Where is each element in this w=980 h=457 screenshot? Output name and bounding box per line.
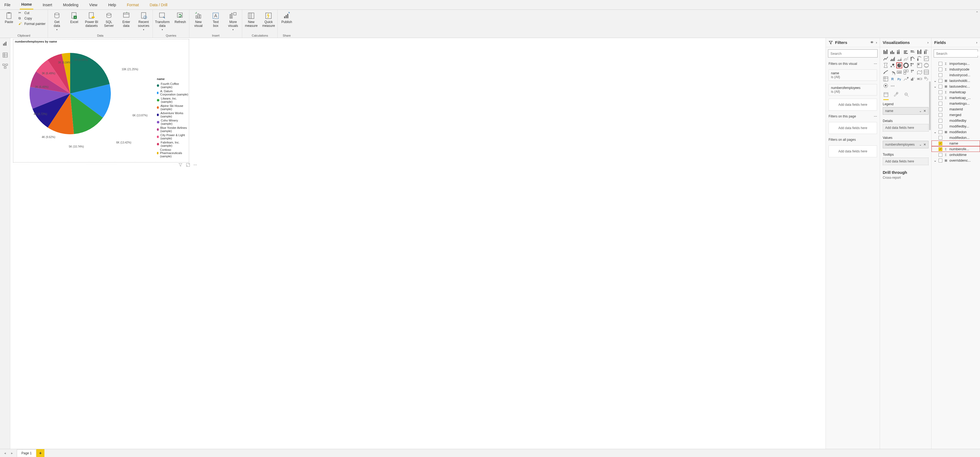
- field-checkbox[interactable]: [939, 107, 942, 111]
- field-row[interactable]: Σmarketcap_...: [932, 95, 980, 101]
- pie-chart-visual[interactable]: numberofemployees by name 10K (21.25%)6K…: [13, 39, 189, 163]
- field-checkbox[interactable]: [939, 125, 942, 128]
- field-row[interactable]: ✓Σnumberofe...: [932, 146, 980, 152]
- new-measure-button[interactable]: New measure: [244, 11, 258, 28]
- text-box-button[interactable]: AText box: [209, 11, 223, 28]
- viz-type-icon[interactable]: [916, 69, 923, 75]
- legend-item[interactable]: City Power & Light (sample): [157, 133, 189, 140]
- legend-item[interactable]: Blue Yonder Airlines (sample): [157, 126, 189, 133]
- viz-type-icon[interactable]: [903, 49, 909, 55]
- filter-icon[interactable]: [178, 163, 183, 167]
- field-row[interactable]: modifiedon...: [932, 135, 980, 141]
- viz-type-icon[interactable]: [923, 56, 929, 62]
- legend-item[interactable]: Litware, Inc. (sample): [157, 97, 189, 103]
- viz-type-icon[interactable]: [903, 62, 909, 68]
- field-row[interactable]: ⌄▦overriddenc...: [932, 158, 980, 163]
- field-checkbox[interactable]: [939, 79, 942, 83]
- viz-type-icon[interactable]: [910, 69, 916, 75]
- field-row[interactable]: Σimportsequ...: [932, 61, 980, 66]
- menu-file[interactable]: File: [3, 0, 12, 10]
- legend-item[interactable]: Coho Winery (sample): [157, 119, 189, 125]
- more-options-icon[interactable]: ⋯: [194, 163, 198, 167]
- tooltips-well[interactable]: Add data fields here: [883, 158, 929, 165]
- chevron-down-icon[interactable]: ⌄: [919, 109, 922, 113]
- field-checkbox[interactable]: [939, 62, 942, 66]
- viz-type-icon[interactable]: [889, 56, 896, 62]
- field-checkbox[interactable]: [939, 130, 942, 134]
- expand-caret-icon[interactable]: ⌄: [934, 84, 937, 88]
- paste-button[interactable]: Paste: [2, 11, 16, 24]
- field-checkbox[interactable]: [939, 96, 942, 100]
- legend-item[interactable]: Fabrikam, Inc. (sample): [157, 141, 189, 147]
- viz-type-icon[interactable]: [910, 49, 916, 55]
- field-checkbox[interactable]: [939, 67, 942, 71]
- new-visual-button[interactable]: New visual: [192, 11, 205, 28]
- filter-drop-all[interactable]: Add data fields here: [829, 145, 877, 157]
- expand-caret-icon[interactable]: ⌄: [934, 79, 937, 83]
- chevron-down-icon[interactable]: ⌄: [919, 143, 922, 147]
- collapse-icon[interactable]: ›: [928, 40, 929, 45]
- field-row[interactable]: Σmarketcap: [932, 89, 980, 95]
- values-well[interactable]: numberofemployees⌄✕: [883, 141, 929, 149]
- ellipsis-icon[interactable]: ⋯: [874, 62, 877, 66]
- field-checkbox[interactable]: [939, 119, 942, 123]
- viz-type-icon[interactable]: [896, 49, 902, 55]
- recent-sources-button[interactable]: Recent sources▾: [137, 11, 150, 31]
- collapse-icon[interactable]: ›: [876, 40, 877, 45]
- field-checkbox[interactable]: [939, 136, 942, 140]
- viz-type-icon[interactable]: 123: [896, 69, 902, 75]
- field-checkbox[interactable]: [939, 90, 942, 94]
- field-checkbox[interactable]: [939, 73, 942, 77]
- filters-search[interactable]: [828, 50, 878, 58]
- field-checkbox[interactable]: [939, 153, 942, 157]
- viz-type-icon[interactable]: [883, 49, 889, 55]
- field-row[interactable]: industrycod...: [932, 72, 980, 78]
- viz-type-icon[interactable]: [916, 62, 923, 68]
- analytics-tab[interactable]: [904, 92, 909, 100]
- field-row[interactable]: modifiedby: [932, 118, 980, 123]
- refresh-button[interactable]: Refresh: [173, 11, 187, 24]
- field-row[interactable]: marketingo...: [932, 101, 980, 106]
- viz-type-icon[interactable]: [923, 49, 929, 55]
- field-checkbox[interactable]: [939, 159, 942, 163]
- field-checkbox[interactable]: ✓: [939, 142, 942, 145]
- fields-search[interactable]: [934, 50, 978, 58]
- viz-type-icon[interactable]: [910, 56, 916, 62]
- field-row[interactable]: modifiedby...: [932, 123, 980, 129]
- field-row[interactable]: ✓name: [932, 141, 980, 146]
- viz-type-icon[interactable]: [883, 69, 889, 75]
- cut-button[interactable]: ✂Cut: [18, 11, 46, 15]
- viz-type-icon[interactable]: [916, 56, 923, 62]
- viz-type-icon[interactable]: [916, 49, 923, 55]
- field-row[interactable]: ⌄▦lastusedinc...: [932, 83, 980, 89]
- legend-well[interactable]: name⌄✕: [883, 107, 929, 115]
- field-checkbox[interactable]: [939, 113, 942, 117]
- viz-type-icon[interactable]: [910, 62, 916, 68]
- field-checkbox[interactable]: [939, 85, 942, 88]
- legend-item[interactable]: Alpine Ski House (sample): [157, 104, 189, 111]
- expand-caret-icon[interactable]: ⌄: [934, 158, 937, 163]
- fields-tab[interactable]: [883, 92, 889, 100]
- report-view-button[interactable]: [2, 41, 8, 46]
- viz-type-icon[interactable]: [903, 56, 909, 62]
- viz-type-icon[interactable]: [896, 62, 902, 68]
- viz-type-icon[interactable]: [910, 76, 916, 82]
- menu-modeling[interactable]: Modeling: [61, 0, 80, 10]
- viz-type-icon[interactable]: [883, 76, 889, 82]
- excel-button[interactable]: XExcel: [67, 11, 81, 24]
- menu-data-drill[interactable]: Data / Drill: [148, 0, 169, 10]
- filter-card-numberofemployees[interactable]: numberofemployeesis (All): [829, 84, 877, 96]
- field-row[interactable]: masterid: [932, 106, 980, 112]
- format-painter-button[interactable]: 🖌Format painter: [18, 22, 46, 26]
- viz-type-icon[interactable]: [923, 69, 929, 75]
- filter-drop-visual[interactable]: Add data fields here: [829, 99, 877, 111]
- menu-insert[interactable]: Insert: [41, 0, 54, 10]
- viz-type-icon[interactable]: [889, 69, 896, 75]
- enter-data-button[interactable]: Enter data: [119, 11, 133, 28]
- menu-home[interactable]: Home: [20, 0, 33, 10]
- sql-server-button[interactable]: SQL Server: [102, 11, 116, 28]
- report-canvas[interactable]: numberofemployees by name 10K (21.25%)6K…: [10, 38, 826, 449]
- field-row[interactable]: ⌄▦modifiedon: [932, 129, 980, 135]
- viz-type-icon[interactable]: [883, 62, 889, 68]
- publish-button[interactable]: Publish: [280, 11, 293, 24]
